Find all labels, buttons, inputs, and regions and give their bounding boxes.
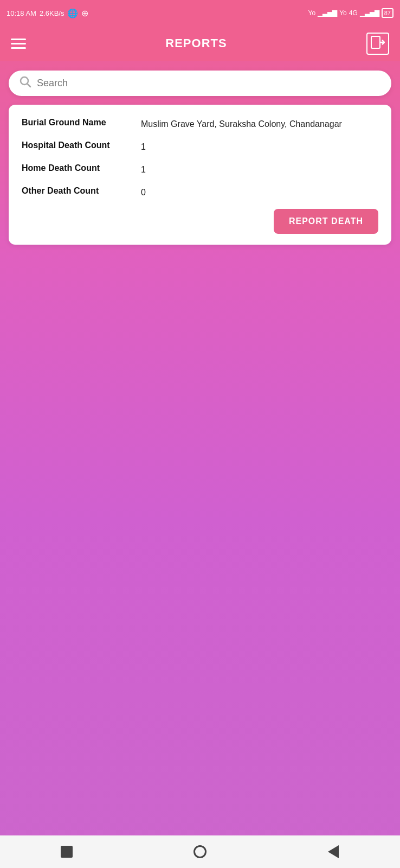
hamburger-line-2 [11,43,26,44]
hospital-death-value: 1 [141,141,146,154]
search-icon [20,76,31,91]
4g-icon: 4G [349,9,358,17]
hospital-death-label: Hospital Death Count [22,141,141,150]
burial-ground-row: Burial Ground Name Muslim Grave Yard, Su… [22,118,378,131]
signal-icon-1: Yo [308,9,316,17]
network-speed: 2.6KB/s [40,9,64,17]
recent-apps-button[interactable] [55,840,79,864]
square-icon [61,846,73,858]
other-death-row: Other Death Count 0 [22,186,378,199]
status-icons: Yo ▁▃▅▇ Yo 4G ▁▃▅▇ 87 [308,8,393,18]
svg-rect-0 [371,36,380,48]
burial-ground-value: Muslim Grave Yard, Suraksha Colony, Chan… [141,118,342,131]
report-card: Burial Ground Name Muslim Grave Yard, Su… [9,105,391,245]
burial-ground-label: Burial Ground Name [22,118,141,127]
home-death-row: Home Death Count 1 [22,163,378,176]
hospital-death-row: Hospital Death Count 1 [22,141,378,154]
hamburger-line-3 [11,47,26,49]
search-container [9,71,391,96]
battery-level: 87 [384,10,391,16]
hamburger-line-1 [11,39,26,40]
svg-line-3 [28,84,31,87]
other-death-value: 0 [141,186,146,199]
home-death-label: Home Death Count [22,163,141,173]
battery-indicator: 87 [382,8,393,18]
back-arrow-icon [328,845,339,858]
navbar: REPORTS [0,26,400,61]
wifi-icon: ⊕ [81,8,88,18]
bottom-nav-bar [0,835,400,868]
home-circle-icon [193,845,207,858]
home-button[interactable] [188,840,212,864]
time-display: 10:18 AM [7,9,36,17]
globe-icon: 🌐 [67,8,78,18]
home-death-value: 1 [141,163,146,176]
back-button[interactable] [321,840,345,864]
main-content: Burial Ground Name Muslim Grave Yard, Su… [0,61,400,835]
page-title: REPORTS [165,36,227,50]
report-button-row: REPORT DEATH [22,209,378,234]
signal-bars-2: ▁▃▅▇ [360,9,379,17]
search-input[interactable] [37,78,380,89]
status-info: 10:18 AM 2.6KB/s 🌐 ⊕ [7,8,88,18]
signal-bars-1: ▁▃▅▇ [318,9,337,17]
signal-icon-2: Yo [339,9,347,17]
logout-button[interactable] [366,33,389,55]
hamburger-button[interactable] [11,39,26,49]
other-death-label: Other Death Count [22,186,141,196]
report-death-button[interactable]: REPORT DEATH [274,209,378,234]
status-bar: 10:18 AM 2.6KB/s 🌐 ⊕ Yo ▁▃▅▇ Yo 4G ▁▃▅▇ … [0,0,400,26]
